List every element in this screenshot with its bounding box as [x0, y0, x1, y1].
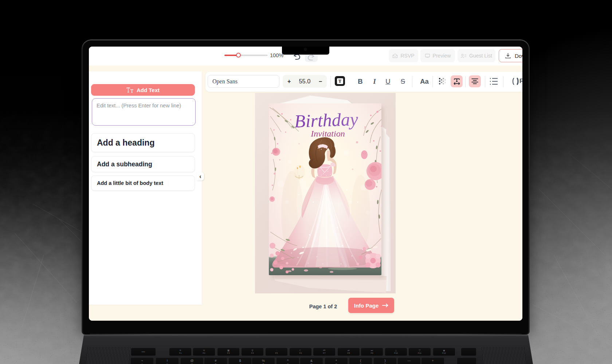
svg-text:Birthday: Birthday [294, 109, 359, 131]
svg-text:Invitation: Invitation [310, 129, 345, 138]
